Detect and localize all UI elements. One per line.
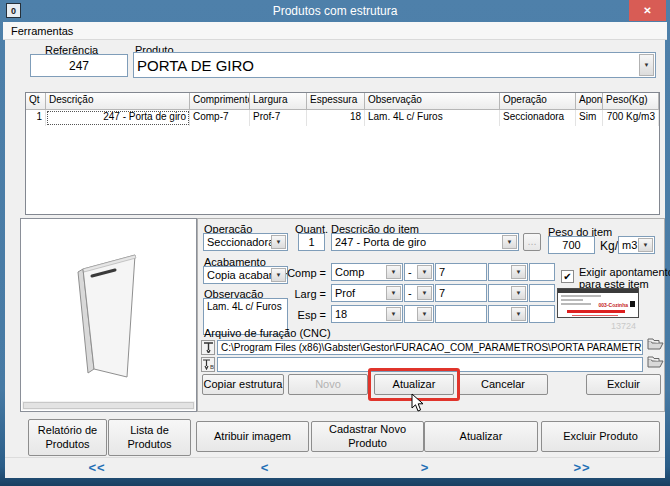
chevron-down-icon[interactable]: ▼ — [638, 238, 653, 252]
thumbnail-text-line — [561, 299, 583, 301]
esp-offset-input[interactable] — [435, 305, 487, 323]
referencia-input[interactable]: 247 — [30, 54, 128, 77]
col-peso[interactable]: Peso(Kg) — [603, 93, 659, 110]
comp-extra-input[interactable] — [529, 263, 555, 281]
chevron-down-icon[interactable]: ▼ — [271, 235, 286, 249]
atribuir-imagem-button[interactable]: Atribuir imagem — [196, 421, 309, 452]
chevron-down-icon[interactable]: ▼ — [502, 235, 517, 249]
cell-espessura[interactable]: 18 — [307, 110, 365, 126]
atualizar-item-button[interactable]: Atualizar — [374, 374, 454, 395]
close-button[interactable]: ✕ — [629, 0, 666, 21]
col-observacao[interactable]: Observação — [365, 93, 500, 110]
cell-observacao[interactable]: Lam. 4L c/ Furos — [365, 110, 500, 126]
comp-operator-select[interactable]: - ▼ — [404, 263, 434, 281]
comp-extra-select[interactable]: ▼ — [488, 263, 528, 281]
comp-base-select[interactable]: Comp ▼ — [331, 263, 403, 281]
descricao-item-select[interactable]: 247 - Porta de giro ▼ — [331, 233, 519, 251]
browse-folder-button[interactable] — [647, 337, 664, 353]
excluir-item-button[interactable]: Excluir — [586, 374, 661, 395]
cell-comprimento[interactable]: Comp-7 — [190, 110, 250, 126]
structure-table: Qt Descrição Comprimento Largura Espessu… — [25, 92, 660, 215]
thumbnail-text-line — [561, 295, 601, 297]
cell-peso[interactable]: 700 Kg/m3 — [603, 110, 659, 126]
cell-apont[interactable]: Sim — [576, 110, 603, 126]
esp-operator-select[interactable]: ▼ — [404, 305, 434, 323]
chevron-down-icon[interactable]: ▼ — [511, 286, 526, 300]
acabamento-select[interactable]: Copia acabamento ▼ — [203, 266, 288, 284]
more-items-button[interactable]: ... — [523, 233, 541, 251]
col-espessura[interactable]: Espessura — [307, 93, 365, 110]
cnc-label: Arquivo de furação (CNC) — [204, 327, 331, 339]
chevron-down-icon[interactable]: ▼ — [511, 265, 526, 279]
vertical-drill-icon[interactable] — [201, 340, 215, 355]
record-counter: 13724 — [611, 321, 636, 331]
nav-next-button[interactable]: > — [395, 460, 455, 478]
product-image-panel — [20, 218, 197, 412]
nav-prev-button[interactable]: < — [235, 460, 295, 478]
operacao-select[interactable]: Seccionadora ▼ — [203, 233, 288, 251]
col-comprimento[interactable]: Comprimento — [190, 93, 250, 110]
col-descricao[interactable]: Descrição — [46, 93, 190, 110]
lista-produtos-button[interactable]: Lista de Produtos — [108, 419, 191, 456]
menu-ferramentas[interactable]: Ferramentas — [3, 22, 81, 39]
esp-extra-select[interactable]: ▼ — [488, 305, 528, 323]
cancelar-button[interactable]: Cancelar — [458, 374, 548, 395]
cell-largura[interactable]: Prof-7 — [250, 110, 307, 126]
chevron-down-icon[interactable]: ▼ — [511, 307, 526, 321]
cnc-path2-input[interactable] — [217, 357, 643, 372]
image-hscrollbar[interactable] — [22, 401, 195, 410]
item-detail-group: Operação Seccionadora ▼ Quant. 1 Descriç… — [197, 218, 665, 412]
produto-select[interactable]: PORTA DE GIRO ▼ — [133, 52, 656, 78]
exigir-apontamento-label: Exigir apontamento para este item — [579, 266, 670, 290]
col-operacao[interactable]: Operação — [500, 93, 576, 110]
thumbnail-text-line — [561, 303, 591, 305]
chevron-down-icon[interactable]: ▼ — [639, 54, 654, 76]
cadastrar-novo-produto-button[interactable]: Cadastrar Novo Produto — [311, 421, 424, 452]
col-largura[interactable]: Largura — [250, 93, 307, 110]
image-hscrollbar-thumb[interactable] — [23, 402, 194, 409]
peso-unit-select[interactable]: m3 ▼ — [618, 236, 655, 254]
chevron-down-icon[interactable]: ▼ — [417, 265, 432, 279]
quant-input[interactable]: 1 — [298, 233, 325, 251]
chevron-down-icon[interactable]: ▼ — [386, 307, 401, 321]
col-qt[interactable]: Qt — [26, 93, 46, 110]
copiar-estrutura-button[interactable]: Copiar estrutura — [202, 374, 284, 395]
svg-text:B: B — [210, 364, 214, 370]
esp-extra-input[interactable] — [529, 305, 555, 323]
cnc-path-input[interactable]: C:\Program Files (x86)\Gabster\Gestor\FU… — [217, 340, 643, 355]
larg-offset-input[interactable]: 7 — [435, 284, 487, 302]
browse-folder-button-2[interactable] — [647, 355, 664, 371]
thumbnail-red-underline — [567, 310, 625, 313]
peso-unit-separator: Kg/ — [600, 239, 618, 253]
larg-extra-input[interactable] — [529, 284, 555, 302]
atualizar-produto-button[interactable]: Atualizar — [424, 421, 538, 452]
excluir-produto-button[interactable]: Excluir Produto — [541, 421, 660, 452]
nav-last-button[interactable]: >> — [552, 460, 612, 478]
larg-operator-select[interactable]: - ▼ — [404, 284, 434, 302]
table-row[interactable]: 1 247 - Porta de giro Comp-7 Prof-7 18 L… — [26, 110, 659, 126]
thumbnail-square — [630, 301, 635, 307]
thumbnail-caption: 003-Cozinha — [599, 302, 628, 308]
chevron-down-icon[interactable]: ▼ — [271, 268, 286, 282]
peso-input[interactable]: 700 — [548, 236, 595, 254]
app-icon[interactable]: 0 — [6, 3, 21, 18]
chevron-down-icon[interactable]: ▼ — [386, 286, 401, 300]
exigir-apontamento-checkbox[interactable]: ✔ — [561, 270, 574, 283]
novo-button[interactable]: Novo — [288, 374, 368, 395]
esp-base-select[interactable]: 18 ▼ — [331, 305, 403, 323]
cell-descricao[interactable]: 247 - Porta de giro — [46, 110, 190, 126]
peso-unit-value: m3 — [622, 239, 637, 251]
nav-first-button[interactable]: << — [67, 460, 127, 478]
cell-qt[interactable]: 1 — [26, 110, 46, 126]
larg-base-select[interactable]: Prof ▼ — [331, 284, 403, 302]
relatorio-produtos-button[interactable]: Relatório de Produtos — [28, 419, 107, 456]
chevron-down-icon[interactable]: ▼ — [386, 265, 401, 279]
horizontal-drill-icon[interactable]: B — [201, 357, 215, 372]
comp-offset-input[interactable]: 7 — [435, 263, 487, 281]
chevron-down-icon[interactable]: ▼ — [417, 286, 432, 300]
larg-extra-select[interactable]: ▼ — [488, 284, 528, 302]
col-apont[interactable]: Apont. — [576, 93, 603, 110]
esp-label: Esp = — [286, 309, 326, 321]
chevron-down-icon[interactable]: ▼ — [417, 307, 432, 321]
cell-operacao[interactable]: Seccionadora — [500, 110, 576, 126]
